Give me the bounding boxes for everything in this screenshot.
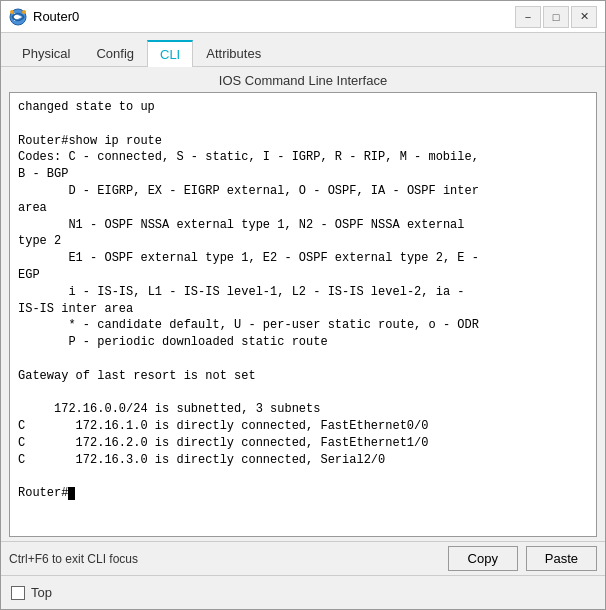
- title-bar: Router0 − □ ✕: [1, 1, 605, 33]
- section-header: IOS Command Line Interface: [1, 67, 605, 92]
- app-icon: [9, 8, 27, 26]
- tab-bar: Physical Config CLI Attributes: [1, 33, 605, 67]
- top-label: Top: [31, 585, 52, 600]
- cli-output[interactable]: changed state to up Router#show ip route…: [10, 93, 596, 536]
- paste-button[interactable]: Paste: [526, 546, 597, 571]
- cli-area: changed state to up Router#show ip route…: [9, 92, 597, 537]
- svg-point-2: [10, 10, 14, 14]
- svg-point-3: [22, 10, 26, 14]
- top-checkbox[interactable]: [11, 586, 25, 600]
- main-window: Router0 − □ ✕ Physical Config CLI Attrib…: [0, 0, 606, 610]
- cli-hint: Ctrl+F6 to exit CLI focus: [9, 552, 440, 566]
- tab-attributes[interactable]: Attributes: [193, 40, 274, 67]
- footer: Top: [1, 575, 605, 609]
- tab-physical[interactable]: Physical: [9, 40, 83, 67]
- window-title: Router0: [33, 9, 515, 24]
- minimize-button[interactable]: −: [515, 6, 541, 28]
- maximize-button[interactable]: □: [543, 6, 569, 28]
- copy-button[interactable]: Copy: [448, 546, 518, 571]
- tab-cli[interactable]: CLI: [147, 40, 193, 67]
- window-controls: − □ ✕: [515, 6, 597, 28]
- close-button[interactable]: ✕: [571, 6, 597, 28]
- tab-config[interactable]: Config: [83, 40, 147, 67]
- bottom-bar: Ctrl+F6 to exit CLI focus Copy Paste: [1, 541, 605, 575]
- cli-cursor: [68, 487, 75, 500]
